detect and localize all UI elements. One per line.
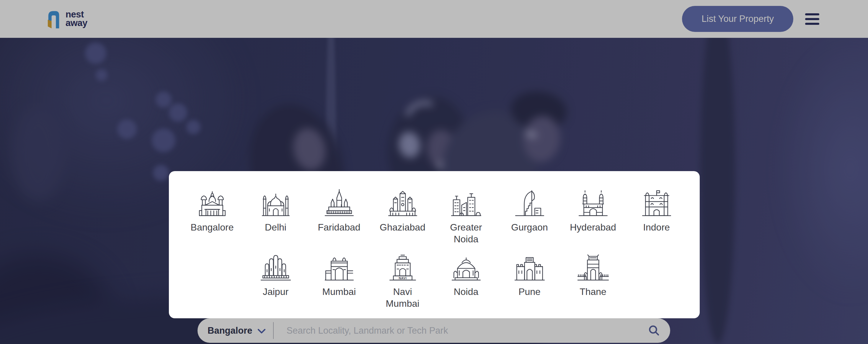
noida-monument-icon bbox=[450, 251, 483, 282]
navi-mumbai-monument-icon: NAVI bbox=[386, 251, 419, 282]
city-label: Thane bbox=[580, 286, 607, 297]
city-option-navi-mumbai[interactable]: NAVINavi Mumbai bbox=[371, 251, 434, 309]
city-option-pune[interactable]: Pune bbox=[498, 251, 561, 309]
greater-noida-monument-icon bbox=[450, 187, 483, 217]
city-label: Indore bbox=[643, 221, 670, 233]
city-option-mumbai[interactable]: Mumbai bbox=[307, 251, 371, 309]
city-label: Delhi bbox=[265, 221, 286, 233]
city-label: Pune bbox=[519, 286, 540, 297]
jaipur-monument-icon bbox=[259, 251, 292, 282]
icon-inscription: NAVI bbox=[399, 276, 407, 280]
gurgaon-monument-icon bbox=[513, 187, 546, 217]
indore-monument-icon bbox=[640, 187, 673, 217]
city-option-greater-noida[interactable]: Greater Noida bbox=[434, 187, 498, 245]
city-option-noida[interactable]: Noida bbox=[434, 251, 498, 309]
city-option-delhi[interactable]: Delhi bbox=[244, 187, 307, 245]
city-option-faridabad[interactable]: Faridabad bbox=[307, 187, 371, 245]
city-label: Greater Noida bbox=[440, 221, 492, 245]
bangalore-monument-icon bbox=[196, 187, 229, 217]
city-option-bangalore[interactable]: Bangalore bbox=[180, 187, 244, 245]
city-option-ghaziabad[interactable]: Ghaziabad bbox=[371, 187, 434, 245]
ghaziabad-monument-icon bbox=[386, 187, 419, 217]
thane-monument-icon bbox=[577, 251, 610, 282]
city-option-hyderabad[interactable]: Hyderabad bbox=[561, 187, 625, 245]
city-label: Gurgaon bbox=[511, 221, 548, 233]
city-label: Noida bbox=[454, 286, 478, 297]
city-option-jaipur[interactable]: Jaipur bbox=[244, 251, 307, 309]
city-label: Ghaziabad bbox=[380, 221, 426, 233]
city-label: Bangalore bbox=[191, 221, 234, 233]
city-picker-modal: BangaloreDelhiFaridabadGhaziabadGreater … bbox=[169, 171, 700, 318]
city-label: Jaipur bbox=[263, 286, 288, 297]
city-grid: BangaloreDelhiFaridabadGhaziabadGreater … bbox=[169, 171, 700, 315]
city-label: Navi Mumbai bbox=[376, 286, 429, 309]
pune-monument-icon bbox=[513, 251, 546, 282]
delhi-monument-icon bbox=[259, 187, 292, 217]
city-label: Faridabad bbox=[318, 221, 360, 233]
city-option-thane[interactable]: Thane bbox=[561, 251, 625, 309]
faridabad-monument-icon bbox=[323, 187, 356, 217]
mumbai-monument-icon bbox=[323, 251, 356, 282]
city-label: Mumbai bbox=[322, 286, 356, 297]
city-option-indore[interactable]: Indore bbox=[625, 187, 688, 245]
city-option-gurgaon[interactable]: Gurgaon bbox=[498, 187, 561, 245]
city-label: Hyderabad bbox=[570, 221, 616, 233]
nestaway-homepage: nest away List Your Property bbox=[0, 0, 868, 344]
hyderabad-monument-icon bbox=[577, 187, 610, 217]
